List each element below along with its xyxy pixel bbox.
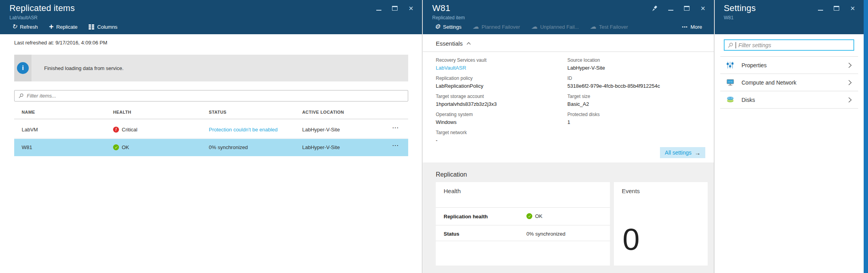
sliders-icon	[727, 62, 734, 68]
essentials-field: Target network -	[436, 130, 562, 144]
all-settings-button[interactable]: All settings →	[660, 147, 705, 158]
essentials-field: Recovery Services vault LabVaultASR	[436, 57, 562, 71]
events-card[interactable]: Events 0	[614, 182, 708, 266]
page-subtitle: Replicated item	[432, 15, 465, 20]
test-failover-label: Test Failover	[599, 24, 628, 30]
essentials-field: Operating system Windows	[436, 112, 562, 125]
settings-blade-header: Settings W81 ×	[715, 0, 864, 34]
replicated-items-blade-header: Replicated items LabVaultASR × ↻ Refresh…	[0, 0, 422, 34]
close-icon[interactable]: ×	[408, 5, 414, 11]
ok-icon: ✓	[113, 144, 119, 150]
filter-settings-input[interactable]	[738, 42, 853, 48]
more-dots-icon: •••	[682, 24, 688, 30]
planned-failover-button: ☁ Planned Failover	[472, 24, 520, 30]
essentials-right-column: Source location LabHyper-V-Site ID 5318e…	[567, 57, 707, 130]
page-title: Replicated items	[9, 3, 75, 13]
essentials-toggle[interactable]: Essentials	[436, 40, 471, 47]
more-button[interactable]: ••• More	[682, 24, 702, 30]
essentials-field: Target size Basic_A2	[567, 94, 707, 107]
ok-icon: ✓	[526, 213, 532, 219]
status-label: Status	[444, 231, 459, 237]
minimize-icon[interactable]	[667, 5, 674, 11]
card-divider	[436, 207, 610, 208]
row-status: 0% synchronized	[209, 144, 248, 150]
table-header-divider	[14, 119, 408, 119]
replication-health-value: ✓ OK	[526, 213, 543, 219]
test-failover-button: ☁ Test Failover	[590, 24, 628, 30]
maximize-icon[interactable]	[684, 5, 690, 11]
settings-list: Properties ‹··› Compute and Network	[720, 56, 858, 109]
chevron-right-icon	[848, 80, 852, 85]
last-refreshed-text: Last refreshed at: 9/17/2016, 4:09:06 PM	[14, 40, 107, 46]
minimize-icon[interactable]	[817, 5, 823, 11]
settings-button[interactable]: ⚙ Settings	[435, 24, 461, 30]
cloud-failover-icon: ☁	[472, 24, 479, 30]
column-header-health: HEALTH	[113, 110, 131, 114]
unplanned-failover-label: Unplanned Fail...	[540, 24, 579, 30]
close-icon[interactable]: ×	[700, 5, 706, 11]
maximize-icon[interactable]	[833, 5, 840, 11]
events-count: 0	[623, 224, 639, 255]
settings-item-compute-and-network[interactable]: ‹··› Compute and Network	[720, 74, 858, 91]
column-header-name: NAME	[22, 110, 35, 114]
essentials-field: Target storage account 1hportalvhds837zb…	[436, 94, 562, 107]
all-settings-label: All settings	[665, 149, 691, 156]
refresh-button[interactable]: ↻ Refresh	[12, 24, 38, 30]
row-health: ✓ OK	[113, 144, 129, 150]
cloud-test-icon: ☁	[590, 24, 596, 30]
table-header-row: NAME HEALTH STATUS ACTIVE LOCATION	[14, 106, 408, 118]
essentials-field: Replication policy LabReplicationPolicy	[436, 76, 562, 89]
recovery-vault-link[interactable]: LabVaultASR	[436, 65, 562, 71]
filter-items-box	[14, 90, 408, 101]
next-blade-edge	[864, 0, 868, 273]
row-name: LabVM	[22, 127, 38, 133]
monitor-icon: ‹··›	[727, 79, 734, 86]
info-banner: i Finished loading data from service.	[14, 55, 408, 81]
filter-settings-box	[724, 39, 854, 51]
column-header-status: STATUS	[209, 110, 227, 114]
row-active-location: LabHyper-V-Site	[302, 127, 340, 133]
columns-button[interactable]: Columns	[89, 24, 117, 30]
table-row-w81-selected[interactable]: W81 ✓ OK 0% synchronized LabHyper-V-Site…	[14, 139, 408, 156]
info-icon: i	[14, 55, 32, 81]
row-status-link[interactable]: Protection couldn't be enabled	[209, 127, 278, 133]
health-card[interactable]: Health Replication health ✓ OK Status 0%…	[436, 182, 610, 266]
page-title: Settings	[724, 3, 756, 13]
replication-section: Replication Health Replication health ✓ …	[423, 162, 714, 273]
search-icon	[19, 93, 24, 98]
window-controls: ×	[651, 5, 706, 11]
arrow-right-icon: →	[695, 149, 701, 156]
card-divider	[436, 241, 610, 241]
table-row-labvm[interactable]: LabVM ! Critical Protection couldn't be …	[14, 121, 408, 138]
row-context-menu-button[interactable]: ...	[392, 141, 399, 147]
gear-icon: ⚙	[435, 24, 440, 30]
columns-label: Columns	[97, 24, 117, 30]
disks-icon	[727, 96, 734, 103]
replicated-items-blade: Replicated items LabVaultASR × ↻ Refresh…	[0, 0, 422, 273]
svg-text:‹··›: ‹··›	[728, 80, 732, 83]
settings-item-disks[interactable]: Disks	[720, 91, 858, 109]
filter-items-input[interactable]	[27, 93, 408, 99]
unplanned-failover-button: ☁ Unplanned Fail...	[531, 24, 579, 30]
minimize-icon[interactable]	[375, 5, 382, 11]
settings-blade: Settings W81 × Properties	[715, 0, 864, 273]
maximize-icon[interactable]	[392, 5, 398, 11]
search-icon	[728, 42, 733, 48]
toolbar: ↻ Refresh + Replicate Columns	[12, 22, 410, 32]
card-divider	[436, 225, 610, 225]
row-context-menu-button[interactable]: ...	[392, 124, 399, 129]
columns-icon	[89, 24, 95, 30]
planned-failover-label: Planned Failover	[481, 24, 520, 30]
close-icon[interactable]: ×	[849, 5, 856, 11]
replicate-button[interactable]: + Replicate	[49, 24, 78, 30]
refresh-label: Refresh	[20, 24, 38, 30]
page-subtitle: W81	[724, 15, 734, 20]
essentials-field: Protected disks 1	[567, 112, 707, 125]
window-controls: ×	[817, 5, 856, 11]
chevron-right-icon	[848, 97, 852, 103]
window-controls: ×	[375, 5, 414, 11]
pin-icon[interactable]	[651, 5, 658, 11]
settings-item-properties[interactable]: Properties	[720, 57, 858, 74]
settings-label: Settings	[443, 24, 461, 30]
plus-icon: +	[49, 24, 54, 30]
